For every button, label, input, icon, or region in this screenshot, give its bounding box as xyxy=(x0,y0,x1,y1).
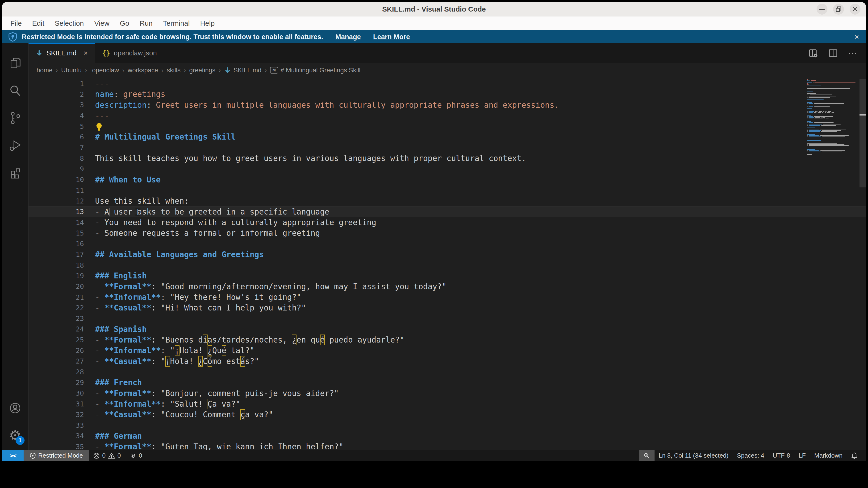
split-editor-icon[interactable] xyxy=(828,48,838,58)
code-line-18[interactable]: 18 xyxy=(29,260,866,270)
breadcrumb-item[interactable]: workspace xyxy=(128,67,158,74)
eol-status[interactable]: LF xyxy=(795,450,810,461)
menu-selection[interactable]: Selection xyxy=(50,17,89,30)
code-line-21[interactable]: 21- **Informal**: "Hey there! How's it g… xyxy=(29,292,866,302)
breadcrumb-separator: › xyxy=(219,67,221,74)
menu-view[interactable]: View xyxy=(89,17,115,30)
breadcrumb-item[interactable]: .openclaw xyxy=(90,67,119,74)
code-line-12[interactable]: 12Use this skill when: xyxy=(29,196,866,206)
code-line-14[interactable]: 14- You need to respond with a culturall… xyxy=(29,217,866,228)
code-line-29[interactable]: 29### French xyxy=(29,377,866,388)
remote-indicator[interactable]: >< xyxy=(2,450,24,461)
code-line-32[interactable]: 32- **Casual**: "Coucou! Comment ça va?" xyxy=(29,409,866,420)
warning-icon xyxy=(108,452,115,459)
line-number: 35 xyxy=(29,443,84,450)
tab-openclaw.json[interactable]: {}openclaw.json xyxy=(95,43,164,63)
code-line-16[interactable]: 16 xyxy=(29,238,866,249)
code-line-1[interactable]: 1--- xyxy=(29,78,866,89)
code-line-9[interactable]: 9 xyxy=(29,164,866,174)
code-line-10[interactable]: 10## When to Use xyxy=(29,174,866,185)
cursor-position-status[interactable]: Ln 8, Col 11 (34 selected) xyxy=(654,450,733,461)
code-line-25[interactable]: 25- **Formal**: "Buenos días/tardes/noch… xyxy=(29,334,866,345)
restricted-mode-status[interactable]: Restricted Mode xyxy=(24,450,89,461)
minimap[interactable] xyxy=(807,79,859,155)
code-line-13[interactable]: 13- A user asks to be greeted in a speci… xyxy=(29,206,866,217)
problems-status[interactable]: 0 0 xyxy=(89,450,125,461)
editor: 1---2name: greetings3description: Greet … xyxy=(29,78,866,450)
search-icon[interactable] xyxy=(7,82,24,99)
tab-close-icon[interactable]: × xyxy=(84,49,88,57)
minimize-button[interactable] xyxy=(816,4,828,14)
menu-edit[interactable]: Edit xyxy=(27,17,50,30)
indentation-status[interactable]: Spaces: 4 xyxy=(733,450,769,461)
more-actions-icon[interactable]: ⋯ xyxy=(848,47,858,59)
extensions-icon[interactable] xyxy=(7,164,24,181)
code-line-6[interactable]: 6# Multilingual Greetings Skill xyxy=(29,132,866,142)
code-line-33[interactable]: 33 xyxy=(29,420,866,431)
line-content: - **Casual**: "Coucou! Comment ça va?" xyxy=(95,409,273,420)
code-line-8[interactable]: 8This skill teaches you how to greet use… xyxy=(29,153,866,164)
banner-close-icon[interactable]: × xyxy=(854,32,859,41)
breadcrumb-separator: › xyxy=(265,67,267,74)
breadcrumb-separator: › xyxy=(184,67,186,74)
tab-label: openclaw.json xyxy=(114,49,157,57)
account-icon[interactable] xyxy=(7,399,24,417)
code-line-22[interactable]: 22- **Casual**: "Hi! What can I help you… xyxy=(29,302,866,313)
status-bar: >< Restricted Mode 0 0 xyxy=(2,450,866,461)
source-control-icon[interactable] xyxy=(7,109,24,126)
ports-status[interactable]: 0 xyxy=(125,450,146,461)
breadcrumb-item[interactable]: greetings xyxy=(189,67,215,74)
breadcrumb-item[interactable]: home xyxy=(36,67,53,74)
learn-more-link[interactable]: Learn More xyxy=(373,33,410,41)
breadcrumb-item[interactable]: skills xyxy=(167,67,181,74)
code-line-35[interactable]: 35- **Formal**: "Guten Tag, wie kann ich… xyxy=(29,441,866,450)
language-mode-status[interactable]: Markdown xyxy=(810,450,847,461)
editor-scrollbar[interactable] xyxy=(860,78,866,450)
code-line-24[interactable]: 24### Spanish xyxy=(29,324,866,334)
code-line-27[interactable]: 27- **Casual**: "¡Hola! ¿Cómo estás?" xyxy=(29,356,866,366)
code-line-30[interactable]: 30- **Formal**: "Bonjour, comment puis-j… xyxy=(29,388,866,399)
encoding-status[interactable]: UTF-8 xyxy=(769,450,795,461)
line-number: 34 xyxy=(29,432,84,440)
mouse-ibeam-cursor: ⌶ xyxy=(135,206,141,218)
unicode-highlight: ¡ xyxy=(175,345,180,356)
code-line-17[interactable]: 17## Available Languages and Greetings xyxy=(29,249,866,260)
notifications-bell[interactable] xyxy=(847,450,862,461)
menu-go[interactable]: Go xyxy=(115,17,134,30)
settings-gear-icon[interactable]: ⚙ 1 xyxy=(7,427,24,444)
tab-SKILL.md[interactable]: SKILL.md× xyxy=(29,43,95,63)
code-line-31[interactable]: 31- **Informal**: "Salut! Ça va?" xyxy=(29,399,866,409)
code-line-15[interactable]: 15- Someone requests a formal or informa… xyxy=(29,228,866,238)
manage-link[interactable]: Manage xyxy=(335,33,361,41)
code-line-28[interactable]: 28 xyxy=(29,366,866,377)
close-window-button[interactable] xyxy=(849,4,861,14)
code-line-11[interactable]: 11 xyxy=(29,185,866,196)
code-line-7[interactable]: 7 xyxy=(29,142,866,153)
code-line-20[interactable]: 20- **Formal**: "Good morning/afternoon/… xyxy=(29,281,866,292)
code-line-26[interactable]: 26- **Informal**: "¡Hola! ¿Qué tal?" xyxy=(29,345,866,356)
open-preview-icon[interactable] xyxy=(808,48,818,58)
menu-file[interactable]: File xyxy=(5,17,27,30)
unicode-highlight: á xyxy=(240,356,245,366)
zoom-status[interactable] xyxy=(639,450,654,461)
explorer-icon[interactable] xyxy=(7,55,24,72)
menu-terminal[interactable]: Terminal xyxy=(158,17,195,30)
code-line-19[interactable]: 19### English xyxy=(29,270,866,281)
code-line-23[interactable]: 23 xyxy=(29,313,866,324)
code-line-34[interactable]: 34### German xyxy=(29,431,866,441)
line-number: 3 xyxy=(29,101,84,109)
menu-run[interactable]: Run xyxy=(134,17,158,30)
scrollbar-thumb[interactable] xyxy=(860,79,866,187)
code-line-4[interactable]: 4--- xyxy=(29,110,866,121)
run-debug-icon[interactable] xyxy=(7,137,24,154)
breadcrumb-item[interactable]: M# Multilingual Greetings Skill xyxy=(270,67,361,74)
breadcrumb-item[interactable]: SKILL.md xyxy=(224,67,261,74)
code-line-5[interactable]: 5 xyxy=(29,121,866,132)
line-number: 26 xyxy=(29,347,84,355)
code-line-2[interactable]: 2name: greetings xyxy=(29,89,866,99)
menu-help[interactable]: Help xyxy=(195,17,220,30)
restore-button[interactable] xyxy=(833,4,844,14)
code-area[interactable]: 1---2name: greetings3description: Greet … xyxy=(29,78,866,450)
code-line-3[interactable]: 3description: Greet users in multiple la… xyxy=(29,100,866,110)
breadcrumb-item[interactable]: Ubuntu xyxy=(61,67,82,74)
